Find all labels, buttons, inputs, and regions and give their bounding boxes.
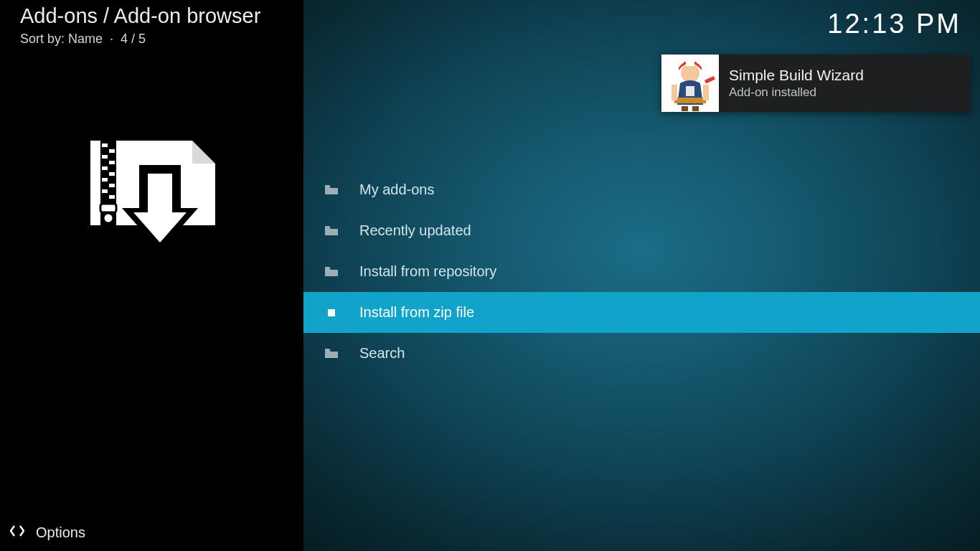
svg-rect-10 — [109, 195, 115, 199]
svg-rect-7 — [102, 178, 108, 182]
svg-rect-16 — [674, 98, 706, 103]
svg-rect-11 — [100, 204, 116, 212]
sort-prefix: Sort by: — [20, 32, 68, 46]
svg-rect-20 — [682, 106, 688, 111]
sort-line: Sort by: Name · 4 / 5 — [20, 32, 146, 47]
svg-rect-4 — [109, 161, 115, 164]
svg-rect-22 — [328, 309, 335, 316]
menu-list: My add-ons Recently updated Install from… — [303, 169, 980, 374]
svg-point-12 — [103, 213, 113, 223]
svg-rect-15 — [686, 86, 694, 96]
menu-item-install-zip[interactable]: Install from zip file — [303, 292, 980, 333]
svg-rect-2 — [109, 149, 115, 153]
svg-rect-9 — [102, 189, 108, 193]
sort-value: Name — [68, 32, 103, 46]
clock: 12:13 PM — [827, 9, 961, 39]
toast-title: Simple Build Wizard — [729, 67, 864, 84]
menu-item-search[interactable]: Search — [303, 333, 980, 374]
menu-item-install-repository[interactable]: Install from repository — [303, 251, 980, 292]
menu-item-label: Search — [359, 345, 405, 362]
toast-thumbnail — [661, 55, 719, 112]
menu-item-label: My add-ons — [359, 182, 435, 198]
options-arrows-icon — [10, 524, 24, 541]
sort-sep: · — [103, 32, 121, 46]
menu-item-label: Install from repository — [359, 263, 496, 280]
svg-rect-21 — [692, 106, 699, 111]
zip-file-icon — [324, 307, 339, 319]
svg-rect-3 — [102, 155, 108, 159]
breadcrumb: Add-ons / Add-on browser — [20, 4, 260, 28]
toast-text: Simple Build Wizard Add-on installed — [719, 67, 864, 100]
notification-toast[interactable]: Simple Build Wizard Add-on installed — [661, 55, 970, 112]
svg-rect-19 — [705, 76, 715, 83]
svg-rect-8 — [109, 184, 115, 187]
menu-item-label: Install from zip file — [359, 304, 474, 321]
svg-rect-18 — [703, 85, 709, 100]
folder-icon — [324, 225, 339, 237]
folder-icon — [324, 348, 339, 359]
svg-rect-1 — [102, 143, 108, 147]
menu-item-recently-updated[interactable]: Recently updated — [303, 210, 980, 251]
options-label: Options — [36, 524, 85, 541]
menu-item-my-addons[interactable]: My add-ons — [303, 169, 980, 210]
menu-item-label: Recently updated — [359, 222, 471, 239]
toast-subtitle: Add-on installed — [729, 85, 864, 100]
svg-rect-17 — [672, 85, 677, 100]
folder-icon — [324, 266, 339, 278]
svg-rect-5 — [102, 166, 108, 170]
svg-point-13 — [681, 64, 699, 83]
list-position: 4 / 5 — [121, 32, 146, 46]
sidebar: Add-ons / Add-on browser Sort by: Name ·… — [0, 0, 303, 551]
svg-rect-6 — [109, 172, 115, 176]
main-panel: 12:13 PM Simple Build Wizard Add-on inst… — [303, 0, 980, 551]
options-button[interactable]: Options — [10, 524, 85, 541]
zip-install-art-icon — [86, 136, 219, 273]
folder-icon — [324, 184, 339, 196]
svg-rect-14 — [686, 60, 694, 66]
